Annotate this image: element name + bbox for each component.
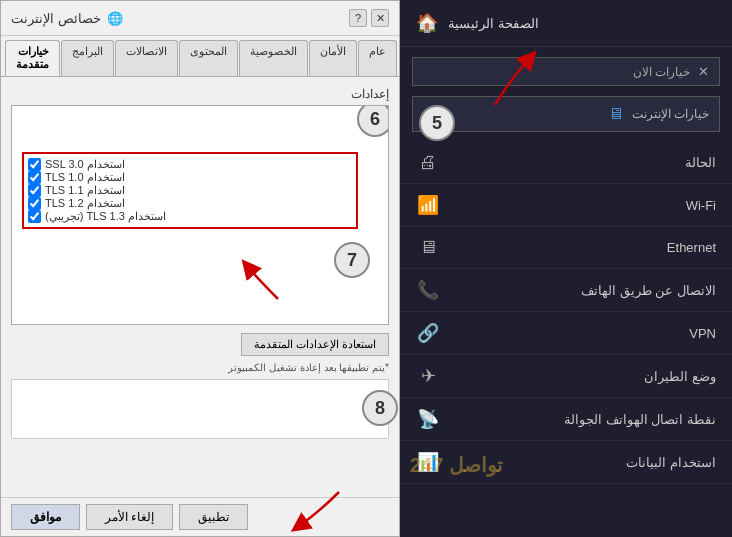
dialog-help-button[interactable]: ? — [349, 9, 367, 27]
checkbox-ssl30-label: استخدام SSL 3.0 — [45, 158, 125, 171]
inet-options-label: خيارات الإنترنت — [632, 107, 709, 121]
nav-item-status-label: الحالة — [452, 155, 716, 170]
checkbox-tls12-input[interactable] — [28, 197, 41, 210]
home-icon: 🏠 — [416, 12, 438, 34]
nav-item-airplane-label: وضع الطيران — [452, 369, 716, 384]
internet-properties-dialog: ✕ ? 🌐 خصائص الإنترنت خيارات متقدمة البرا… — [0, 0, 400, 537]
checkbox-tls11[interactable]: استخدام TLS 1.1 — [28, 184, 352, 197]
checkbox-ssl30-input[interactable] — [28, 158, 41, 171]
settings-listbox[interactable]: 6 استخدام SSL 3.0 استخدام TLS 1. — [11, 105, 389, 325]
nav-item-vpn-label: VPN — [452, 326, 716, 341]
search-box[interactable]: ✕ خيارات الان — [412, 57, 720, 86]
dialog-titlebar: ✕ ? 🌐 خصائص الإنترنت — [1, 1, 399, 36]
step-7-circle: 7 — [334, 242, 370, 278]
tab-security[interactable]: الأمان — [309, 40, 357, 76]
checkbox-tls12[interactable]: استخدام TLS 1.2 — [28, 197, 352, 210]
search-close-button[interactable]: ✕ — [698, 64, 709, 79]
tab-privacy[interactable]: الخصوصية — [239, 40, 308, 76]
nav-item-airplane[interactable]: وضع الطيران ✈ — [400, 355, 732, 398]
tab-advanced[interactable]: خيارات متقدمة — [5, 40, 60, 76]
ethernet-icon: 🖥 — [416, 237, 440, 258]
checkbox-tls10-label: استخدام TLS 1.0 — [45, 171, 125, 184]
nav-item-hotspot-label: نقطة اتصال الهواتف الجوالة — [452, 412, 716, 427]
checkbox-tls12-label: استخدام TLS 1.2 — [45, 197, 125, 210]
step-8-circle: 8 — [362, 390, 398, 426]
nav-item-wifi-label: Wi-Fi — [452, 198, 716, 213]
dialog-footer: موافق إلغاء الأمر تطبيق — [1, 497, 399, 536]
arrow-to-tab — [288, 105, 368, 106]
dialog-title-text: خصائص الإنترنت — [11, 11, 101, 26]
extra-settings-area: 8 — [11, 379, 389, 439]
ok-button[interactable]: موافق — [11, 504, 80, 530]
nav-item-dialup-label: الاتصال عن طريق الهاتف — [452, 283, 716, 298]
dialog-title-icon: 🌐 — [107, 11, 123, 26]
dialog-title: 🌐 خصائص الإنترنت — [11, 11, 123, 26]
vpn-icon: 🔗 — [416, 322, 440, 344]
tab-connections[interactable]: الاتصالات — [115, 40, 178, 76]
dialog-close-button[interactable]: ✕ — [371, 9, 389, 27]
tab-general[interactable]: عام — [358, 40, 397, 76]
checkbox-tls13[interactable]: استخدام TLS 1.3 (تجريبي) — [28, 210, 352, 223]
windows-settings-panel: الصفحة الرئيسية 🏠 ✕ خيارات الان خيارات ا… — [400, 0, 732, 537]
airplane-icon: ✈ — [416, 365, 440, 387]
checkbox-tls13-input[interactable] — [28, 210, 41, 223]
watermark: تواصل 247 — [410, 453, 503, 477]
tab-content[interactable]: المحتوى — [179, 40, 238, 76]
wifi-icon: 📶 — [416, 194, 440, 216]
inet-options-icon: 🖥 — [608, 105, 624, 123]
settings-label: إعدادات — [11, 87, 389, 101]
checkbox-ssl30[interactable]: استخدام SSL 3.0 — [28, 158, 352, 171]
inet-options-item[interactable]: خيارات الإنترنت 🖥 — [412, 96, 720, 132]
tls-highlight-box: استخدام SSL 3.0 استخدام TLS 1.0 استخدام … — [22, 152, 358, 229]
step-6-circle: 6 — [357, 105, 389, 137]
hotspot-icon: 📡 — [416, 408, 440, 430]
nav-item-hotspot[interactable]: نقطة اتصال الهواتف الجوالة 📡 — [400, 398, 732, 441]
cancel-button[interactable]: إلغاء الأمر — [86, 504, 173, 530]
apply-button[interactable]: تطبيق — [179, 504, 248, 530]
settings-header-title: الصفحة الرئيسية — [448, 16, 539, 31]
checkbox-tls13-label: استخدام TLS 1.3 (تجريبي) — [45, 210, 166, 223]
nav-item-ethernet[interactable]: Ethernet 🖥 — [400, 227, 732, 269]
nav-item-ethernet-label: Ethernet — [452, 240, 716, 255]
apply-note: *يتم تطبيقها بعد إعادة تشغيل الكمبيوتر — [11, 362, 389, 373]
nav-item-vpn[interactable]: VPN 🔗 — [400, 312, 732, 355]
nav-item-status[interactable]: الحالة 🖨 — [400, 142, 732, 184]
restore-advanced-settings-button[interactable]: استعادة الإعدادات المتقدمة — [241, 333, 389, 356]
restore-btn-area: استعادة الإعدادات المتقدمة — [11, 333, 389, 356]
titlebar-controls: ✕ ? — [349, 9, 389, 27]
checkbox-list: استخدام SSL 3.0 استخدام TLS 1.0 استخدام … — [16, 110, 364, 282]
checkbox-tls10-input[interactable] — [28, 171, 41, 184]
nav-list: الحالة 🖨 Wi-Fi 📶 Ethernet 🖥 الاتصال عن ط… — [400, 142, 732, 537]
checkbox-tls11-input[interactable] — [28, 184, 41, 197]
status-icon: 🖨 — [416, 152, 440, 173]
dialog-tabs: خيارات متقدمة البرامج الاتصالات المحتوى … — [1, 36, 399, 77]
dialup-icon: 📞 — [416, 279, 440, 301]
checkbox-tls10[interactable]: استخدام TLS 1.0 — [28, 171, 352, 184]
settings-header: الصفحة الرئيسية 🏠 — [400, 0, 732, 47]
dialog-content: إعدادات 6 استخدام SSL 3.0 — [1, 77, 399, 497]
tab-programs[interactable]: البرامج — [61, 40, 114, 76]
nav-item-wifi[interactable]: Wi-Fi 📶 — [400, 184, 732, 227]
search-box-label: خيارات الان — [423, 65, 690, 79]
dialog-content-wrapper: إعدادات 6 استخدام SSL 3.0 — [1, 77, 399, 536]
checkbox-tls11-label: استخدام TLS 1.1 — [45, 184, 125, 197]
step-5-circle: 5 — [419, 105, 455, 141]
nav-item-dialup[interactable]: الاتصال عن طريق الهاتف 📞 — [400, 269, 732, 312]
